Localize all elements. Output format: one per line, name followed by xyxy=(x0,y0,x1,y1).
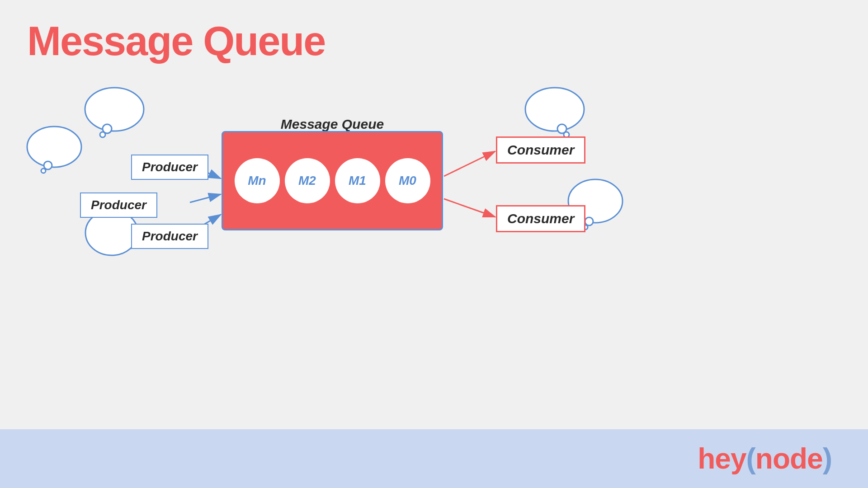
svg-point-11 xyxy=(44,161,52,169)
diagram: Producer Producer Producer Message Queue… xyxy=(0,86,868,402)
brand-logo: hey(node) xyxy=(698,442,832,475)
page-title: Message Queue xyxy=(27,18,325,65)
speech-bubble-top-right xyxy=(522,86,585,142)
message-m2: M2 xyxy=(285,158,330,203)
svg-line-6 xyxy=(444,199,495,217)
message-queue-container: Mn M2 M1 M0 xyxy=(222,131,443,230)
message-mn: Mn xyxy=(235,158,280,203)
consumer-box-bottom: Consumer xyxy=(496,205,585,232)
svg-point-20 xyxy=(585,217,593,225)
svg-point-9 xyxy=(100,132,105,137)
producer-box-bottom: Producer xyxy=(131,224,208,249)
message-m0: M0 xyxy=(385,158,430,203)
bottom-bar: hey(node) xyxy=(0,429,868,488)
message-m1: M1 xyxy=(335,158,380,203)
speech-bubble-middle-left xyxy=(26,124,85,178)
svg-point-10 xyxy=(27,127,81,167)
svg-line-3 xyxy=(190,194,221,202)
message-queue-label: Message Queue xyxy=(222,117,443,132)
brand-node: node xyxy=(755,442,823,475)
producer-box-top: Producer xyxy=(131,155,208,180)
producer-box-middle: Producer xyxy=(80,192,157,218)
speech-bubble-top-left xyxy=(84,86,147,142)
svg-point-16 xyxy=(525,88,584,131)
svg-line-5 xyxy=(444,151,495,176)
consumer-box-top: Consumer xyxy=(496,136,585,164)
brand-hey: hey xyxy=(698,442,746,475)
svg-point-12 xyxy=(41,169,46,173)
svg-point-7 xyxy=(85,88,144,131)
